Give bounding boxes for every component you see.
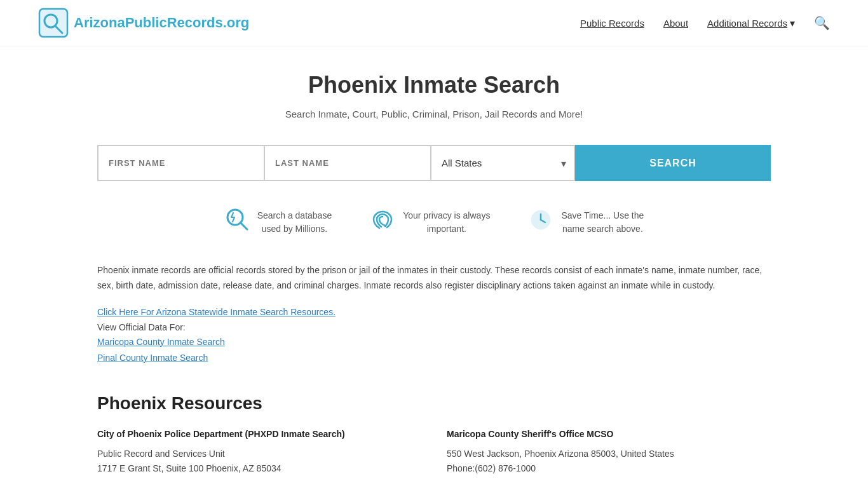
main-nav: Public Records About Additional Records … xyxy=(580,15,830,30)
svg-line-5 xyxy=(241,223,247,229)
resource-phoenix-pd: City of Phoenix Police Department (PHXPD… xyxy=(97,429,421,477)
logo-icon xyxy=(38,8,69,38)
feature-save-time: Save Time... Use thename search above. xyxy=(509,207,663,238)
page-subtitle: Search Inmate, Court, Public, Criminal, … xyxy=(97,109,771,119)
clock-icon xyxy=(528,207,553,238)
feature-database: Search a databaseused by Millions. xyxy=(205,207,351,238)
chevron-down-icon: ▾ xyxy=(790,17,795,29)
nav-additional-records-link[interactable]: Additional Records xyxy=(707,18,787,29)
resource-mcso: Maricopa County Sheriff's Office MCSO 55… xyxy=(447,429,771,477)
features-row: Search a databaseused by Millions. Your … xyxy=(97,207,771,238)
page-title: Phoenix Inmate Search xyxy=(97,72,771,98)
search-button[interactable]: SEARCH xyxy=(575,145,771,181)
view-official-label: View Official Data For: xyxy=(97,322,771,332)
svg-rect-0 xyxy=(39,9,67,37)
feature-privacy-text: Your privacy is alwaysimportant. xyxy=(403,209,490,236)
resource-mcso-line2: Phone:(602) 876-1000 xyxy=(447,461,771,477)
statewide-inmate-link[interactable]: Click Here For Arizona Statewide Inmate … xyxy=(97,307,336,317)
nav-about[interactable]: About xyxy=(663,18,688,29)
state-select[interactable]: All States Alabama Alaska Arizona Califo… xyxy=(430,145,575,181)
resource-phoenix-pd-line1: Public Record and Services Unit xyxy=(97,447,421,462)
first-name-input[interactable] xyxy=(97,145,264,181)
search-lightning-icon xyxy=(224,207,250,238)
body-text: Phoenix inmate records are official reco… xyxy=(97,263,771,294)
maricopa-county-link[interactable]: Maricopa County Inmate Search xyxy=(97,337,225,347)
search-form: All States Alabama Alaska Arizona Califo… xyxy=(97,145,771,181)
state-select-wrapper[interactable]: All States Alabama Alaska Arizona Califo… xyxy=(430,145,575,181)
feature-database-text: Search a databaseused by Millions. xyxy=(257,209,332,236)
feature-privacy: Your privacy is alwaysimportant. xyxy=(351,207,509,238)
logo-text: ArizonaPublicRecords.org xyxy=(74,15,249,31)
feature-save-time-text: Save Time... Use thename search above. xyxy=(561,209,644,236)
nav-public-records[interactable]: Public Records xyxy=(580,18,644,29)
fingerprint-icon xyxy=(370,207,395,238)
resource-mcso-name: Maricopa County Sheriff's Office MCSO xyxy=(447,429,771,439)
last-name-input[interactable] xyxy=(264,145,430,181)
resource-phoenix-pd-name: City of Phoenix Police Department (PHXPD… xyxy=(97,429,421,439)
resources-grid: City of Phoenix Police Department (PHXPD… xyxy=(97,429,771,477)
header-search-icon[interactable]: 🔍 xyxy=(814,15,830,30)
pinal-county-link[interactable]: Pinal County Inmate Search xyxy=(97,353,208,363)
resource-phoenix-pd-line2: 1717 E Grant St, Suite 100 Phoenix, AZ 8… xyxy=(97,461,421,477)
logo-area[interactable]: ArizonaPublicRecords.org xyxy=(38,8,249,38)
resources-title: Phoenix Resources xyxy=(97,393,771,414)
resource-mcso-line1: 550 West Jackson, Phoenix Arizona 85003,… xyxy=(447,447,771,462)
nav-additional-records[interactable]: Additional Records ▾ xyxy=(707,17,795,29)
links-section: Click Here For Arizona Statewide Inmate … xyxy=(97,306,771,368)
